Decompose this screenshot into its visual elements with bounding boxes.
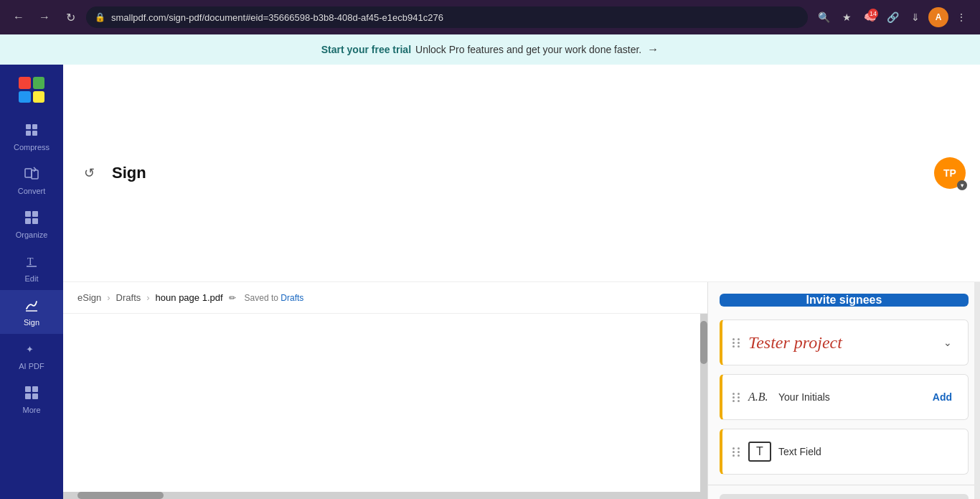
- download-icon-btn[interactable]: ⇓: [905, 7, 925, 27]
- tester-project-signature: Tester project: [748, 333, 842, 352]
- drafts-link[interactable]: Drafts: [281, 293, 303, 303]
- sign-item-initials[interactable]: A.B. Your Initials Add: [720, 374, 969, 420]
- edit-icon: T: [24, 253, 39, 271]
- promo-cta-text: Unlock Pro features and get your work do…: [415, 44, 641, 55]
- saved-text: Saved to Drafts: [245, 293, 304, 303]
- svg-rect-4: [25, 169, 32, 177]
- breadcrumb-esign[interactable]: eSign: [77, 292, 101, 303]
- promo-banner: Start your free trial Unlock Pro feature…: [0, 34, 980, 65]
- breadcrumb: eSign › Drafts › houn page 1.pdf ✏ Saved…: [63, 282, 707, 314]
- promo-cta-bold[interactable]: Start your free trial: [321, 44, 411, 55]
- menu-icon-btn[interactable]: ⋮: [951, 7, 971, 27]
- drag-handle-initials[interactable]: [732, 393, 741, 402]
- scrollbar-h-thumb[interactable]: [77, 492, 164, 499]
- logo-grid: [19, 77, 44, 103]
- sign-item-text-field[interactable]: T Text Field: [720, 429, 969, 475]
- expand-button-tester[interactable]: ⌄: [938, 332, 958, 353]
- svg-rect-16: [25, 393, 31, 399]
- logo-cell-red: [19, 77, 31, 89]
- user-avatar[interactable]: TP ▾: [934, 157, 966, 189]
- sign-item-tester-project[interactable]: Tester project ⌄: [720, 320, 969, 365]
- svg-rect-17: [32, 393, 38, 399]
- scrollbar-v-thumb[interactable]: [700, 321, 707, 364]
- svg-rect-1: [32, 124, 37, 129]
- svg-rect-5: [32, 170, 38, 179]
- finish-sign-button: Finish & Sign: [720, 494, 969, 499]
- initials-ab-icon: A.B.: [748, 391, 771, 404]
- text-field-icon: T: [748, 442, 771, 462]
- svg-rect-9: [32, 218, 38, 224]
- nav-refresh-button[interactable]: ↻: [60, 7, 80, 27]
- right-panel: Invite signees Tester project ⌄: [707, 282, 980, 499]
- sidebar-item-more[interactable]: More: [0, 378, 63, 421]
- nav-forward-button[interactable]: →: [34, 7, 55, 27]
- breadcrumb-drafts[interactable]: Drafts: [116, 292, 141, 303]
- vertical-scrollbar[interactable]: [700, 314, 707, 499]
- initials-label: Your Initials: [778, 391, 920, 403]
- sidebar-label-compress: Compress: [14, 143, 50, 151]
- sidebar-label-ai-pdf: AI PDF: [19, 362, 44, 370]
- sidebar-item-sign[interactable]: Sign: [0, 290, 63, 334]
- app-header: ↺ Sign TP ▾: [63, 65, 980, 282]
- lock-icon: 🔒: [95, 12, 105, 22]
- svg-rect-0: [26, 124, 31, 129]
- sidebar-item-ai-pdf[interactable]: ✦ AI PDF: [0, 334, 63, 378]
- sidebar-label-organize: Organize: [16, 230, 48, 239]
- svg-text:✦: ✦: [26, 344, 34, 355]
- logo-cell-yellow: [33, 91, 45, 103]
- svg-rect-8: [25, 218, 31, 224]
- extensions-icon-btn[interactable]: 🧠 14: [859, 7, 880, 27]
- svg-rect-14: [25, 386, 31, 392]
- sidebar-label-more: More: [22, 406, 40, 414]
- right-panel-scrollbar[interactable]: [974, 282, 980, 499]
- breadcrumb-filename: houn page 1.pdf: [156, 292, 223, 303]
- sidebar-item-convert[interactable]: Convert: [0, 159, 63, 202]
- sidebar-item-compress[interactable]: Compress: [0, 115, 63, 159]
- sidebar-item-edit[interactable]: T Edit: [0, 246, 63, 290]
- tester-project-content: Tester project: [748, 333, 930, 353]
- logo-cell-blue: [19, 91, 31, 103]
- text-field-label: Text Field: [778, 446, 958, 457]
- share-icon-btn[interactable]: 🔗: [882, 7, 903, 27]
- svg-rect-2: [26, 131, 31, 136]
- drag-handle-tester[interactable]: [732, 338, 741, 348]
- convert-icon: [24, 166, 39, 184]
- page-title: Sign: [112, 164, 146, 182]
- sidebar-item-organize[interactable]: Organize: [0, 202, 63, 246]
- finish-section: Finish & Sign: [708, 485, 980, 499]
- user-initials: TP: [943, 167, 956, 179]
- browser-chrome: ← → ↻ 🔒 smallpdf.com/sign-pdf/document#e…: [0, 0, 980, 34]
- content-wrapper: ↺ Sign TP ▾ eSign › Drafts › houn page 1…: [63, 65, 980, 499]
- edit-filename-icon[interactable]: ✏: [229, 293, 236, 303]
- svg-rect-3: [32, 131, 37, 136]
- sidebar: Compress Convert: [0, 65, 63, 499]
- invite-signees-button[interactable]: Invite signees: [720, 294, 969, 307]
- svg-rect-6: [25, 211, 31, 217]
- horizontal-scrollbar[interactable]: [63, 492, 700, 499]
- add-initials-button[interactable]: Add: [927, 388, 958, 406]
- sign-icon: [24, 297, 39, 315]
- sidebar-logo[interactable]: [0, 65, 63, 115]
- ai-pdf-icon: ✦: [24, 341, 39, 359]
- bookmark-icon-btn[interactable]: ★: [837, 7, 857, 27]
- app-layout: Compress Convert: [0, 65, 980, 499]
- drag-handle-textfield[interactable]: [732, 447, 741, 457]
- sidebar-label-edit: Edit: [25, 274, 39, 283]
- svg-text:T: T: [27, 256, 34, 267]
- sidebar-label-convert: Convert: [18, 187, 46, 195]
- address-bar[interactable]: 🔒 smallpdf.com/sign-pdf/document#eid=356…: [86, 6, 808, 28]
- browser-user-avatar[interactable]: A: [928, 7, 948, 27]
- sidebar-nav: Compress Convert: [0, 115, 63, 421]
- back-button[interactable]: ↺: [77, 162, 100, 185]
- search-icon-btn[interactable]: 🔍: [814, 7, 834, 27]
- svg-rect-7: [32, 211, 38, 217]
- nav-back-button[interactable]: ←: [9, 7, 29, 27]
- url-text: smallpdf.com/sign-pdf/document#eid=35666…: [111, 12, 443, 23]
- pdf-viewer-wrapper: [63, 314, 707, 499]
- pdf-scroll-area[interactable]: [63, 314, 707, 499]
- pdf-page: [63, 314, 707, 499]
- compress-icon: [24, 122, 39, 140]
- notification-badge: 14: [868, 9, 878, 19]
- svg-rect-15: [32, 386, 38, 392]
- breadcrumb-sep1: ›: [107, 292, 110, 303]
